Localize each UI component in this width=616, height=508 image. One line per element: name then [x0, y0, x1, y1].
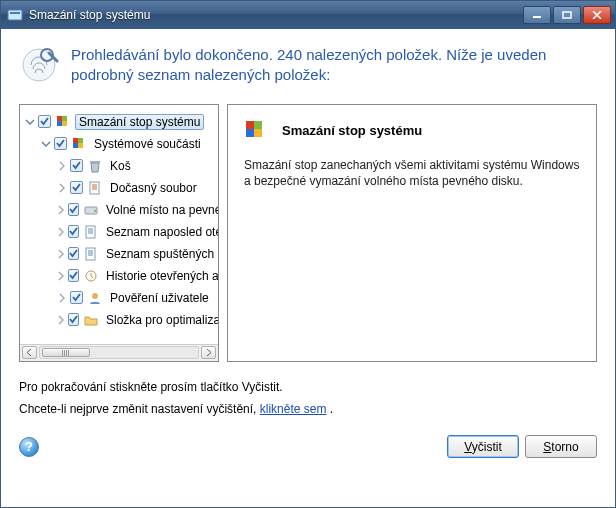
checkbox[interactable]	[68, 203, 79, 216]
svg-rect-10	[73, 138, 78, 143]
tree-item-label: Historie otevřených aplikací	[106, 269, 218, 283]
tree-item-label: Seznam naposled otevřených	[106, 225, 218, 239]
checkbox[interactable]	[68, 313, 79, 326]
footer-text: Pro pokračování stiskněte prosím tlačítk…	[19, 376, 597, 422]
horizontal-scrollbar[interactable]	[20, 344, 218, 361]
tree-item-label: Volné místo na pevném disku	[106, 203, 218, 217]
button-row: ? Vyčistit Storno	[19, 429, 597, 458]
clean-button[interactable]: Vyčistit	[447, 435, 519, 458]
tree-item-label: Dočasný soubor	[110, 181, 197, 195]
tree-item-label: Seznam spuštěných aplikací	[106, 247, 218, 261]
scroll-thumb[interactable]	[42, 348, 90, 357]
svg-rect-0	[8, 10, 22, 20]
tree-group[interactable]: Systémové součásti	[24, 133, 218, 155]
svg-rect-7	[62, 116, 67, 121]
expand-icon[interactable]	[56, 226, 66, 238]
footer-line2: Chcete-li nejprve změnit nastavení vyčiš…	[19, 398, 597, 421]
svg-rect-24	[246, 129, 254, 137]
svg-rect-11	[78, 138, 83, 143]
svg-rect-18	[86, 226, 95, 238]
svg-rect-25	[254, 129, 262, 137]
svg-rect-12	[73, 143, 78, 148]
footer-line2-prefix: Chcete-li nejprve změnit nastavení vyčiš…	[19, 402, 260, 416]
svg-point-17	[94, 210, 96, 212]
settings-link[interactable]: klikněte sem	[260, 402, 327, 416]
checkbox[interactable]	[70, 291, 83, 304]
tree-item[interactable]: Dočasný soubor	[24, 177, 218, 199]
checkbox[interactable]	[68, 225, 79, 238]
svg-rect-1	[10, 12, 20, 14]
tree-item[interactable]: Složka pro optimalizaci	[24, 309, 218, 331]
collapse-icon[interactable]	[40, 138, 52, 150]
svg-rect-2	[533, 16, 541, 18]
scroll-track[interactable]	[39, 346, 199, 359]
svg-rect-3	[563, 12, 571, 18]
expand-icon[interactable]	[56, 248, 66, 260]
flag-icon	[244, 119, 268, 143]
detail-title: Smazání stop systému	[282, 123, 422, 138]
scroll-right-button[interactable]	[201, 346, 216, 359]
svg-rect-6	[57, 116, 62, 121]
svg-point-21	[92, 293, 98, 299]
tree-item[interactable]: Seznam naposled otevřených	[24, 221, 218, 243]
expand-icon[interactable]	[56, 204, 66, 216]
tree-item-label: Koš	[110, 159, 131, 173]
folder-icon	[83, 312, 99, 328]
checkbox[interactable]	[68, 269, 79, 282]
svg-rect-13	[78, 143, 83, 148]
window-controls	[523, 6, 611, 24]
checkbox[interactable]	[38, 115, 51, 128]
tempfile-icon	[87, 180, 103, 196]
svg-rect-8	[57, 121, 62, 126]
tree-panel: Smazání stop systému Systémové součásti …	[19, 104, 219, 362]
header: Prohledávání bylo dokončeno. 240 nalezen…	[19, 45, 597, 86]
trash-icon	[87, 158, 103, 174]
fingerprint-icon	[19, 45, 59, 85]
help-button[interactable]: ?	[19, 437, 39, 457]
cancel-button[interactable]: Storno	[525, 435, 597, 458]
expand-icon[interactable]	[56, 160, 68, 172]
recent-icon	[83, 224, 99, 240]
window: Smazání stop systému Prohl	[0, 0, 616, 508]
expand-icon[interactable]	[56, 292, 68, 304]
svg-rect-9	[62, 121, 67, 126]
checkbox[interactable]	[54, 137, 67, 150]
tree-item[interactable]: Pověření uživatele	[24, 287, 218, 309]
svg-rect-23	[254, 121, 262, 129]
window-title: Smazání stop systému	[29, 8, 523, 22]
tree-item[interactable]: Koš	[24, 155, 218, 177]
checkbox[interactable]	[68, 247, 79, 260]
collapse-icon[interactable]	[24, 116, 36, 128]
footer-line1: Pro pokračování stiskněte prosím tlačítk…	[19, 376, 597, 399]
user-icon	[87, 290, 103, 306]
expand-icon[interactable]	[56, 270, 66, 282]
detail-body: Smazání stop zanechaných všemi aktivitam…	[244, 157, 580, 191]
expand-icon[interactable]	[56, 314, 66, 326]
tree-item[interactable]: Volné místo na pevném disku	[24, 199, 218, 221]
tree-item-label: Pověření uživatele	[110, 291, 209, 305]
detail-panel: Smazání stop systému Smazání stop zanech…	[227, 104, 597, 362]
tree-root[interactable]: Smazání stop systému	[24, 111, 218, 133]
tree-item[interactable]: Historie otevřených aplikací	[24, 265, 218, 287]
close-button[interactable]	[583, 6, 611, 24]
history-icon	[83, 268, 99, 284]
flag-icon	[71, 136, 87, 152]
svg-rect-14	[90, 161, 100, 163]
disk-icon	[83, 202, 99, 218]
minimize-button[interactable]	[523, 6, 551, 24]
flag-icon	[55, 114, 71, 130]
checkbox[interactable]	[70, 159, 83, 172]
scroll-left-button[interactable]	[22, 346, 37, 359]
content-area: Prohledávání bylo dokončeno. 240 nalezen…	[1, 29, 615, 507]
header-text: Prohledávání bylo dokončeno. 240 nalezen…	[71, 45, 597, 86]
maximize-button[interactable]	[553, 6, 581, 24]
svg-rect-19	[86, 248, 95, 260]
expand-icon[interactable]	[56, 182, 68, 194]
checkbox[interactable]	[70, 181, 83, 194]
tree-root-label: Smazání stop systému	[79, 115, 200, 129]
tree-scroll[interactable]: Smazání stop systému Systémové součásti …	[20, 105, 218, 344]
svg-rect-22	[246, 121, 254, 129]
tree-item[interactable]: Seznam spuštěných aplikací	[24, 243, 218, 265]
svg-rect-15	[90, 182, 99, 194]
tree-group-label: Systémové součásti	[94, 137, 201, 151]
